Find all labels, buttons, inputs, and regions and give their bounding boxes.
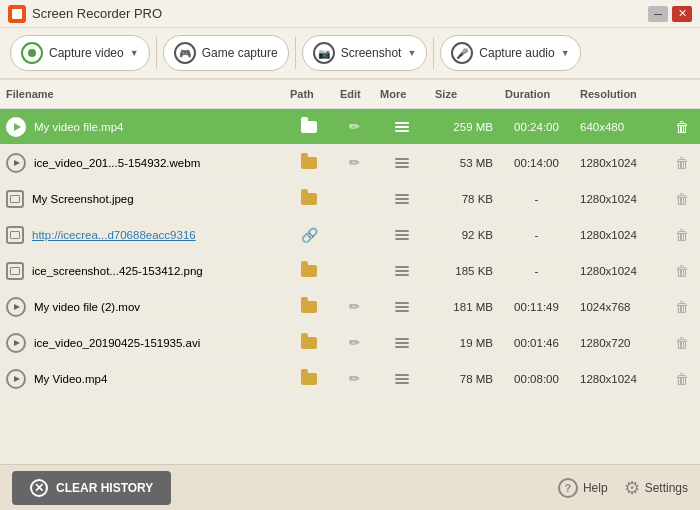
table-row[interactable]: http://icecrea...d70688eacc9316 🔗 92 KB … <box>0 217 700 253</box>
cell-delete[interactable]: 🗑 <box>664 331 700 355</box>
edit-pencil-icon[interactable]: ✏ <box>349 335 360 350</box>
cell-filename: ice_video_20190425-151935.avi <box>0 329 284 357</box>
cell-more <box>374 370 429 388</box>
delete-trash-icon[interactable]: 🗑 <box>675 371 689 387</box>
app-title: Screen Recorder PRO <box>32 6 162 21</box>
cell-duration: 00:14:00 <box>499 153 574 173</box>
filename-text: ice_screenshot...425-153412.png <box>32 265 203 277</box>
title-bar: Screen Recorder PRO ─ ✕ <box>0 0 700 28</box>
delete-trash-icon[interactable]: 🗑 <box>675 299 689 315</box>
title-bar-left: Screen Recorder PRO <box>8 5 162 23</box>
path-folder-icon[interactable] <box>301 373 317 385</box>
edit-pencil-icon[interactable]: ✏ <box>349 299 360 314</box>
cell-edit <box>334 195 374 203</box>
table-row[interactable]: My Video.mp4 ✏ 78 MB 00:08:00 1280x1024 … <box>0 361 700 397</box>
table-row[interactable]: ice_video_201...5-154932.webm ✏ 53 MB 00… <box>0 145 700 181</box>
edit-pencil-icon[interactable]: ✏ <box>349 119 360 134</box>
cell-resolution: 1280x720 <box>574 333 664 353</box>
table-row[interactable]: My video file.mp4 ✏ 259 MB 00:24:00 640x… <box>0 109 700 145</box>
cell-delete[interactable]: 🗑 <box>664 295 700 319</box>
table-row[interactable]: ice_video_20190425-151935.avi ✏ 19 MB 00… <box>0 325 700 361</box>
settings-button[interactable]: ⚙ Settings <box>624 477 688 499</box>
cell-edit: ✏ <box>334 115 374 138</box>
cell-resolution: 640x480 <box>574 117 664 137</box>
play-button[interactable] <box>6 333 26 353</box>
screenshot-type-icon <box>6 226 24 244</box>
cell-delete[interactable]: 🗑 <box>664 367 700 391</box>
col-header-edit: Edit <box>334 84 374 104</box>
cell-path <box>284 333 334 353</box>
cell-size: 78 MB <box>429 369 499 389</box>
table-row[interactable]: My video file (2).mov ✏ 181 MB 00:11:49 … <box>0 289 700 325</box>
screenshot-dropdown-arrow: ▼ <box>407 48 416 58</box>
cell-filename: ice_video_201...5-154932.webm <box>0 149 284 177</box>
play-button[interactable] <box>6 369 26 389</box>
more-lines-icon[interactable] <box>395 230 409 240</box>
game-capture-button[interactable]: 🎮 Game capture <box>163 35 289 71</box>
path-folder-icon[interactable] <box>301 337 317 349</box>
cell-path: 🔗 <box>284 223 334 247</box>
edit-pencil-icon[interactable]: ✏ <box>349 371 360 386</box>
link-icon: 🔗 <box>301 227 318 243</box>
capture-audio-label: Capture audio <box>479 46 554 60</box>
cell-duration: - <box>499 189 574 209</box>
cell-delete[interactable]: 🗑 <box>664 223 700 247</box>
footer: ✕ CLEAR HISTORY ? Help ⚙ Settings <box>0 464 700 510</box>
col-header-more: More <box>374 84 429 104</box>
cell-delete[interactable]: 🗑 <box>664 187 700 211</box>
screenshot-button[interactable]: 📷 Screenshot ▼ <box>302 35 428 71</box>
path-folder-icon[interactable] <box>301 301 317 313</box>
delete-trash-icon[interactable]: 🗑 <box>675 335 689 351</box>
path-folder-icon[interactable] <box>301 193 317 205</box>
path-folder-icon[interactable] <box>301 157 317 169</box>
path-folder-icon[interactable] <box>301 121 317 133</box>
delete-trash-icon[interactable]: 🗑 <box>675 155 689 171</box>
more-lines-icon[interactable] <box>395 374 409 384</box>
delete-trash-icon[interactable]: 🗑 <box>675 119 689 135</box>
capture-audio-button[interactable]: 🎤 Capture audio ▼ <box>440 35 580 71</box>
more-lines-icon[interactable] <box>395 266 409 276</box>
play-button[interactable] <box>6 297 26 317</box>
toolbar-separator-1 <box>156 37 157 69</box>
edit-pencil-icon[interactable]: ✏ <box>349 155 360 170</box>
cell-delete[interactable]: 🗑 <box>664 115 700 139</box>
cell-duration: - <box>499 225 574 245</box>
cell-duration: 00:24:00 <box>499 117 574 137</box>
more-lines-icon[interactable] <box>395 302 409 312</box>
filename-text: ice_video_20190425-151935.avi <box>34 337 200 349</box>
more-lines-icon[interactable] <box>395 338 409 348</box>
clear-history-button[interactable]: ✕ CLEAR HISTORY <box>12 471 171 505</box>
filename-text: ice_video_201...5-154932.webm <box>34 157 200 169</box>
table-row[interactable]: ice_screenshot...425-153412.png 185 KB -… <box>0 253 700 289</box>
toolbar-separator-3 <box>433 37 434 69</box>
capture-video-button[interactable]: Capture video ▼ <box>10 35 150 71</box>
cell-path <box>284 189 334 209</box>
more-lines-icon[interactable] <box>395 194 409 204</box>
cell-edit <box>334 231 374 239</box>
path-folder-icon[interactable] <box>301 265 317 277</box>
table-row[interactable]: My Screenshot.jpeg 78 KB - 1280x1024 🗑 <box>0 181 700 217</box>
cell-delete[interactable]: 🗑 <box>664 151 700 175</box>
filename-link[interactable]: http://icecrea...d70688eacc9316 <box>32 229 196 241</box>
col-header-resolution: Resolution <box>574 84 664 104</box>
cell-duration: - <box>499 261 574 281</box>
game-capture-icon: 🎮 <box>174 42 196 64</box>
filename-text: My video file (2).mov <box>34 301 140 313</box>
more-lines-icon[interactable] <box>395 122 409 132</box>
close-button[interactable]: ✕ <box>672 6 692 22</box>
delete-trash-icon[interactable]: 🗑 <box>675 263 689 279</box>
delete-trash-icon[interactable]: 🗑 <box>675 191 689 207</box>
more-lines-icon[interactable] <box>395 158 409 168</box>
cell-path <box>284 153 334 173</box>
col-header-delete <box>664 84 700 104</box>
delete-trash-icon[interactable]: 🗑 <box>675 227 689 243</box>
cell-duration: 00:08:00 <box>499 369 574 389</box>
cell-filename: My Screenshot.jpeg <box>0 186 284 212</box>
play-button[interactable] <box>6 153 26 173</box>
play-button[interactable] <box>6 117 26 137</box>
minimize-button[interactable]: ─ <box>648 6 668 22</box>
cell-resolution: 1280x1024 <box>574 369 664 389</box>
cell-duration: 00:01:46 <box>499 333 574 353</box>
cell-delete[interactable]: 🗑 <box>664 259 700 283</box>
help-button[interactable]: ? Help <box>558 478 608 498</box>
